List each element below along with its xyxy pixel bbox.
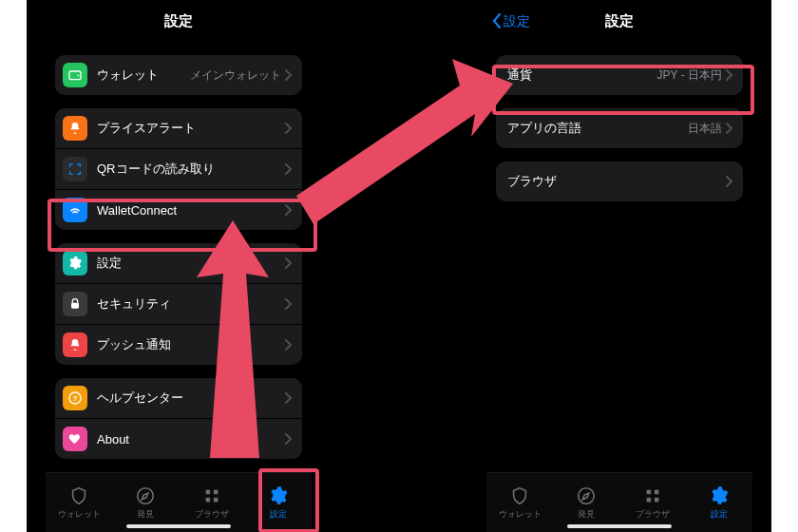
row-label: QRコードの読み取り — [97, 161, 285, 178]
svg-point-1 — [77, 74, 79, 76]
row-price-alert[interactable]: プライスアラート — [55, 108, 302, 148]
group-support: ? ヘルプセンター About — [55, 378, 302, 459]
phone-right: 設定 設定 通貨 JPY - 日本円 アプリの言語 日本語 ブラウザ — [486, 0, 752, 532]
chevron-right-icon — [285, 392, 293, 404]
row-label: アプリの言語 — [507, 120, 688, 137]
page-title: 設定 — [605, 12, 634, 28]
row-label: ブラウザ — [507, 173, 726, 190]
row-label: 通貨 — [507, 66, 657, 84]
group-tools: プライスアラート QRコードの読み取り WalletConnect — [55, 108, 302, 230]
tab-wallet[interactable]: ウォレット — [46, 473, 112, 532]
svg-point-5 — [138, 487, 154, 504]
svg-point-10 — [579, 487, 595, 504]
tab-wallet[interactable]: ウォレット — [486, 473, 553, 532]
settings-sub-list: 通貨 JPY - 日本円 アプリの言語 日本語 ブラウザ — [486, 42, 752, 473]
qr-icon — [63, 157, 87, 181]
chevron-right-icon — [285, 433, 293, 445]
row-label: 設定 — [97, 255, 285, 272]
row-value: メインウォレット — [190, 67, 281, 84]
wallet-icon — [63, 63, 87, 87]
row-value: JPY - 日本円 — [657, 67, 722, 84]
row-label: WalletConnect — [97, 203, 285, 218]
chevron-right-icon — [285, 163, 293, 175]
group-currency: 通貨 JPY - 日本円 — [496, 55, 743, 95]
svg-rect-11 — [647, 489, 652, 494]
tab-label: ブラウザ — [636, 508, 670, 521]
row-label: プッシュ通知 — [97, 336, 285, 353]
row-settings[interactable]: 設定 — [55, 243, 302, 283]
svg-rect-12 — [655, 489, 659, 494]
header: 設定 設定 — [486, 0, 752, 42]
row-value: 日本語 — [688, 121, 722, 137]
heart-icon — [63, 427, 87, 451]
row-qr-scan[interactable]: QRコードの読み取り — [55, 148, 302, 189]
svg-rect-8 — [206, 497, 211, 502]
tab-discover[interactable]: 発見 — [553, 473, 619, 532]
tab-bar: ウォレット 発見 ブラウザ 設定 — [486, 472, 752, 532]
tab-discover[interactable]: 発見 — [112, 473, 179, 532]
page-title: 設定 — [164, 12, 193, 28]
row-wallet[interactable]: ウォレット メインウォレット — [55, 55, 302, 95]
community-header: コミュニティに参加する — [46, 459, 312, 473]
gear-icon — [63, 251, 87, 276]
row-help[interactable]: ? ヘルプセンター — [55, 378, 302, 418]
help-icon: ? — [63, 386, 87, 410]
svg-text:?: ? — [73, 394, 78, 403]
bell2-icon — [63, 332, 87, 357]
svg-rect-14 — [655, 497, 659, 502]
svg-rect-9 — [214, 497, 218, 502]
row-currency[interactable]: 通貨 JPY - 日本円 — [496, 55, 743, 95]
tab-label: 設定 — [270, 508, 287, 521]
group-browser: ブラウザ — [496, 162, 743, 201]
row-security[interactable]: セキュリティ — [55, 283, 302, 324]
row-label: About — [97, 432, 285, 446]
chevron-right-icon — [285, 339, 293, 351]
home-indicator — [126, 524, 231, 528]
tab-bar: ウォレット 発見 ブラウザ 設定 — [46, 472, 312, 532]
row-label: ヘルプセンター — [97, 390, 285, 407]
svg-rect-13 — [647, 497, 652, 502]
chevron-right-icon — [726, 123, 733, 134]
group-language: アプリの言語 日本語 — [496, 108, 743, 148]
row-browser[interactable]: ブラウザ — [496, 162, 743, 201]
tab-label: 設定 — [711, 508, 728, 521]
row-language[interactable]: アプリの言語 日本語 — [496, 108, 743, 148]
chevron-right-icon — [285, 257, 293, 269]
row-about[interactable]: About — [55, 418, 302, 459]
tab-label: ウォレット — [58, 508, 101, 521]
back-label: 設定 — [504, 0, 530, 42]
group-wallet: ウォレット メインウォレット — [55, 55, 302, 95]
lock-icon — [63, 292, 87, 316]
tab-browser[interactable]: ブラウザ — [619, 473, 686, 532]
svg-rect-6 — [206, 489, 211, 494]
phone-left: 設定 ウォレット メインウォレット プライスアラート — [46, 0, 312, 532]
tab-label: 発見 — [578, 508, 595, 521]
chevron-right-icon — [285, 298, 293, 310]
settings-list: ウォレット メインウォレット プライスアラート QRコードの読み取り — [46, 42, 312, 473]
chevron-right-icon — [285, 69, 293, 81]
chevron-right-icon — [726, 69, 733, 81]
chevron-right-icon — [285, 204, 293, 216]
row-push[interactable]: プッシュ通知 — [55, 324, 302, 365]
chevron-right-icon — [285, 123, 293, 134]
row-label: セキュリティ — [97, 295, 285, 313]
row-label: ウォレット — [97, 66, 190, 84]
row-label: プライスアラート — [97, 120, 285, 137]
svg-rect-7 — [214, 489, 218, 494]
tab-settings[interactable]: 設定 — [245, 473, 312, 532]
home-indicator — [567, 524, 672, 528]
tab-label: 発見 — [137, 508, 154, 521]
bell-icon — [63, 116, 87, 141]
tab-settings[interactable]: 設定 — [686, 473, 752, 532]
row-walletconnect[interactable]: WalletConnect — [55, 189, 302, 230]
group-app: 設定 セキュリティ プッシュ通知 — [55, 243, 302, 365]
tab-label: ウォレット — [499, 508, 542, 521]
header: 設定 — [46, 0, 312, 42]
link-icon — [63, 198, 87, 222]
back-button[interactable]: 設定 — [492, 0, 530, 42]
tab-browser[interactable]: ブラウザ — [179, 473, 245, 532]
tab-label: ブラウザ — [195, 508, 229, 521]
svg-marker-16 — [296, 59, 513, 224]
svg-rect-2 — [71, 303, 79, 309]
chevron-right-icon — [726, 176, 733, 187]
